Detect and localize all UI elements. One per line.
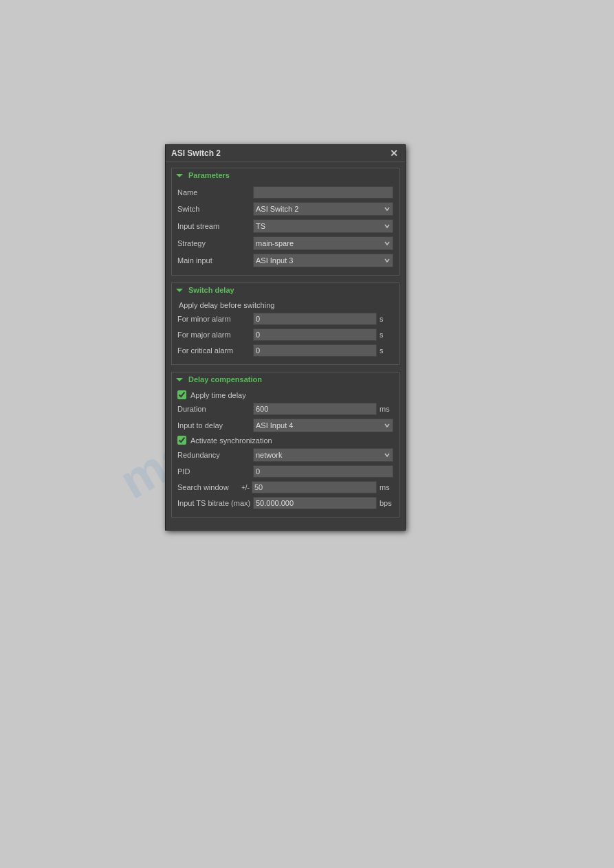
strategy-label: Strategy: [177, 239, 253, 247]
search-window-input[interactable]: [252, 481, 377, 493]
search-window-unit: ms: [380, 483, 393, 491]
parameters-section: Parameters Name Switch ASI Switch 2 Inpu…: [171, 168, 399, 276]
search-window-label: Search window: [177, 483, 239, 491]
input-stream-select[interactable]: TS: [253, 219, 393, 233]
dialog-window: ASI Switch 2 ✕ Parameters Name Switch AS…: [165, 144, 406, 531]
parameters-header-label: Parameters: [188, 171, 230, 179]
name-input[interactable]: [253, 186, 393, 199]
dialog-titlebar: ASI Switch 2 ✕: [166, 145, 405, 162]
apply-delay-text: Apply delay before switching: [177, 301, 393, 309]
parameters-collapse-icon[interactable]: [176, 174, 183, 177]
input-to-delay-row: Input to delay ASI Input 4: [177, 419, 393, 432]
switch-delay-collapse-icon[interactable]: [176, 289, 183, 292]
critical-alarm-row: For critical alarm s: [177, 344, 393, 357]
minor-alarm-unit: s: [380, 315, 393, 323]
input-to-delay-label: Input to delay: [177, 421, 253, 430]
delay-compensation-header-label: Delay compensation: [188, 375, 262, 383]
name-label: Name: [177, 188, 253, 197]
redundancy-row: Redundancy network: [177, 448, 393, 462]
parameters-section-header: Parameters: [172, 168, 399, 182]
input-ts-row: Input TS bitrate (max) bps: [177, 497, 393, 509]
duration-row: Duration ms: [177, 403, 393, 415]
pid-input[interactable]: [253, 465, 393, 478]
critical-alarm-label: For critical alarm: [177, 346, 253, 355]
activate-sync-row: Activate synchronization: [177, 436, 393, 445]
major-alarm-row: For major alarm s: [177, 329, 393, 341]
activate-sync-checkbox[interactable]: [177, 436, 186, 445]
main-input-row: Main input ASI Input 3: [177, 254, 393, 267]
delay-compensation-section: Delay compensation Apply time delay Dura…: [171, 372, 399, 518]
switch-delay-header-label: Switch delay: [188, 286, 234, 294]
redundancy-select[interactable]: network: [253, 448, 393, 462]
input-ts-input[interactable]: [253, 497, 377, 509]
duration-unit: ms: [380, 405, 393, 413]
delay-compensation-collapse-icon[interactable]: [176, 378, 183, 381]
switch-select[interactable]: ASI Switch 2: [253, 202, 393, 216]
critical-alarm-unit: s: [380, 346, 393, 355]
close-button[interactable]: ✕: [388, 148, 399, 158]
input-ts-label: Input TS bitrate (max): [177, 499, 253, 507]
redundancy-label: Redundancy: [177, 451, 253, 459]
main-input-label: Main input: [177, 256, 253, 265]
strategy-row: Strategy main-spare: [177, 236, 393, 250]
parameters-section-body: Name Switch ASI Switch 2 Input stream TS: [172, 182, 399, 275]
dialog-body: Parameters Name Switch ASI Switch 2 Inpu…: [166, 162, 405, 530]
delay-compensation-section-body: Apply time delay Duration ms Input to de…: [172, 386, 399, 517]
name-row: Name: [177, 186, 393, 199]
delay-compensation-section-header: Delay compensation: [172, 372, 399, 386]
strategy-select[interactable]: main-spare: [253, 236, 393, 250]
dialog-title: ASI Switch 2: [171, 148, 221, 158]
minor-alarm-input[interactable]: [253, 313, 377, 325]
switch-delay-section: Switch delay Apply delay before switchin…: [171, 282, 399, 365]
input-ts-unit: bps: [380, 499, 393, 507]
main-input-select[interactable]: ASI Input 3: [253, 254, 393, 267]
duration-input[interactable]: [253, 403, 377, 415]
duration-label: Duration: [177, 405, 253, 413]
major-alarm-unit: s: [380, 331, 393, 339]
pid-label: PID: [177, 467, 253, 476]
input-stream-label: Input stream: [177, 222, 253, 230]
apply-time-delay-checkbox[interactable]: [177, 390, 186, 399]
switch-row: Switch ASI Switch 2: [177, 202, 393, 216]
critical-alarm-input[interactable]: [253, 344, 377, 357]
switch-delay-section-header: Switch delay: [172, 283, 399, 297]
search-window-plus-minus: +/-: [241, 484, 250, 491]
input-to-delay-select[interactable]: ASI Input 4: [253, 419, 393, 432]
search-window-row: Search window +/- ms: [177, 481, 393, 493]
apply-time-delay-label: Apply time delay: [190, 391, 246, 399]
apply-time-delay-row: Apply time delay: [177, 390, 393, 399]
minor-alarm-row: For minor alarm s: [177, 313, 393, 325]
major-alarm-label: For major alarm: [177, 331, 253, 339]
switch-label: Switch: [177, 205, 253, 213]
activate-sync-label: Activate synchronization: [190, 436, 272, 445]
switch-delay-section-body: Apply delay before switching For minor a…: [172, 297, 399, 364]
minor-alarm-label: For minor alarm: [177, 315, 253, 323]
major-alarm-input[interactable]: [253, 329, 377, 341]
pid-row: PID: [177, 465, 393, 478]
input-stream-row: Input stream TS: [177, 219, 393, 233]
